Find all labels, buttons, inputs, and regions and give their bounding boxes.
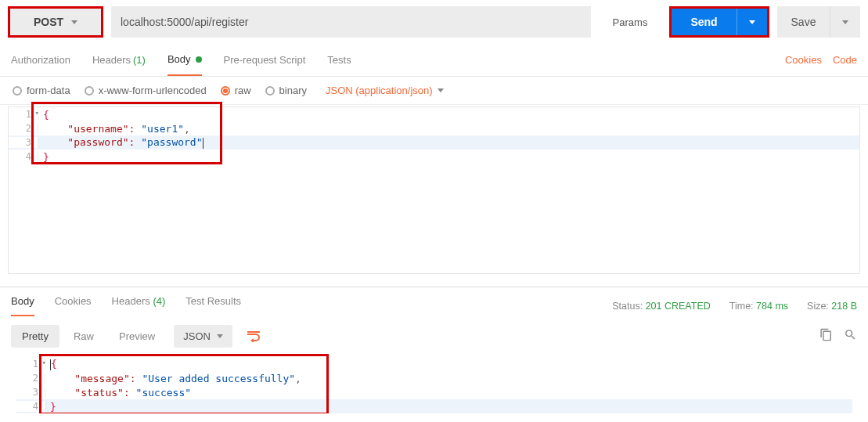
status-value: 201 CREATED — [646, 301, 711, 312]
time-value: 784 ms — [756, 301, 788, 312]
tab-tests[interactable]: Tests — [327, 44, 351, 76]
send-button-group: Send — [669, 6, 769, 38]
chevron-down-icon — [842, 20, 848, 24]
response-format-dropdown[interactable]: JSON — [174, 325, 232, 348]
text-cursor — [203, 138, 203, 149]
code-token: "user1" — [141, 123, 184, 135]
request-body-editor[interactable]: 1▾ { 2 "username": "user1", 3 "password"… — [8, 106, 860, 274]
code-token: "username" — [67, 123, 128, 135]
radio-form-data[interactable]: form-data — [13, 85, 70, 96]
line-wrap-icon[interactable] — [240, 324, 267, 348]
response-format-label: JSON — [183, 330, 211, 342]
radio-icon — [85, 86, 94, 96]
tab-headers[interactable]: Headers (1) — [92, 44, 146, 76]
radio-label: x-www-form-urlencoded — [99, 85, 207, 96]
http-method-value: POST — [34, 16, 63, 28]
code-token: { — [51, 358, 57, 370]
send-dropdown-button[interactable] — [737, 9, 767, 35]
save-button-group: Save — [777, 6, 860, 38]
response-header: Body Cookies Headers (4) Test Results St… — [0, 287, 868, 316]
headers-count-badge: (1) — [133, 54, 146, 66]
tab-body-label: Body — [167, 53, 191, 65]
chevron-down-icon — [438, 88, 444, 92]
content-type-label: JSON (application/json) — [326, 85, 433, 96]
size-label: Size: — [807, 301, 829, 312]
code-token: "status" — [74, 387, 124, 399]
radio-urlencoded[interactable]: x-www-form-urlencoded — [85, 85, 207, 96]
tab-body[interactable]: Body — [167, 44, 202, 76]
fold-icon: ▾ — [42, 359, 46, 366]
search-icon[interactable] — [844, 328, 857, 344]
size-value: 218 B — [831, 301, 857, 312]
view-preview-button[interactable]: Preview — [108, 325, 166, 348]
code-link[interactable]: Code — [833, 54, 857, 66]
code-token: "User added successfully" — [142, 373, 295, 384]
status-label: Status: — [612, 301, 643, 312]
tab-pre-request-script[interactable]: Pre-request Script — [224, 44, 306, 76]
code-token: "message" — [74, 373, 129, 384]
resp-tab-cookies[interactable]: Cookies — [55, 295, 92, 316]
url-input[interactable] — [111, 6, 591, 38]
chevron-down-icon — [71, 20, 77, 24]
radio-binary[interactable]: binary — [265, 85, 307, 96]
body-indicator-dot — [196, 56, 202, 63]
chevron-down-icon — [749, 20, 755, 24]
code-token: "success" — [136, 387, 191, 399]
code-token: { — [43, 109, 49, 121]
request-bar: POST Params Send Save — [0, 0, 868, 44]
code-token: } — [43, 151, 49, 163]
response-toolbar: Pretty Raw Preview JSON — [0, 316, 868, 355]
radio-label: raw — [235, 85, 251, 96]
save-dropdown-button[interactable] — [830, 6, 860, 38]
resp-tab-headers[interactable]: Headers (4) — [112, 295, 166, 316]
params-button[interactable]: Params — [599, 6, 661, 38]
response-meta: Status: 201 CREATED Time: 784 ms Size: 2… — [612, 301, 857, 312]
radio-label: binary — [279, 85, 307, 96]
content-type-dropdown[interactable]: JSON (application/json) — [326, 85, 444, 96]
copy-icon[interactable] — [819, 328, 833, 344]
view-raw-button[interactable]: Raw — [63, 325, 105, 348]
resp-tab-body[interactable]: Body — [11, 295, 34, 316]
save-button[interactable]: Save — [777, 6, 830, 38]
resp-tab-test-results[interactable]: Test Results — [185, 295, 241, 316]
resp-headers-count-badge: (4) — [153, 295, 165, 307]
resp-tab-headers-label: Headers — [112, 295, 150, 307]
http-method-select[interactable]: POST — [8, 6, 103, 38]
radio-label: form-data — [27, 85, 70, 96]
radio-icon — [221, 86, 230, 96]
code-token: "password" — [67, 136, 128, 148]
request-tabs: Authorization Headers (1) Body Pre-reque… — [0, 44, 868, 77]
tab-headers-label: Headers — [92, 54, 131, 66]
radio-icon — [13, 86, 22, 96]
code-token: "password" — [141, 136, 202, 148]
cookies-link[interactable]: Cookies — [785, 54, 822, 66]
body-type-selector: form-data x-www-form-urlencoded raw bina… — [0, 77, 868, 105]
send-button[interactable]: Send — [672, 9, 737, 35]
response-body-editor[interactable]: 1▾ { 2 "message": "User added successful… — [16, 357, 852, 413]
code-token: } — [50, 401, 56, 413]
radio-icon — [265, 86, 275, 96]
view-pretty-button[interactable]: Pretty — [11, 325, 59, 348]
time-label: Time: — [729, 301, 754, 312]
radio-raw[interactable]: raw — [221, 85, 251, 96]
chevron-down-icon — [217, 334, 223, 338]
fold-icon: ▾ — [35, 109, 39, 117]
tab-authorization[interactable]: Authorization — [11, 44, 70, 76]
